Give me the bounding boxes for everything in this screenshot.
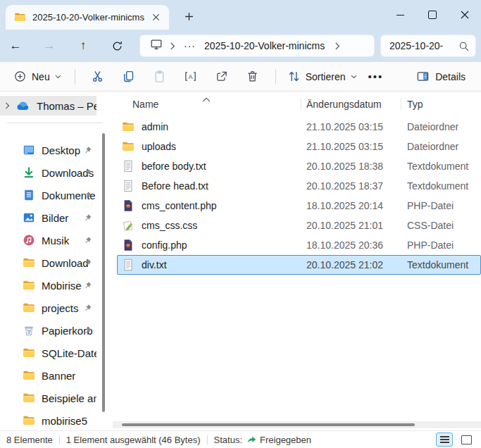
tab-close-icon[interactable]: [148, 10, 163, 25]
file-row[interactable]: cms_content.php 18.10.2025 20:14 PHP-Dat…: [117, 196, 481, 216]
window-controls: [384, 0, 481, 30]
sidebar-item-projects[interactable]: projects: [0, 297, 96, 319]
breadcrumb-ellipsis[interactable]: ···: [182, 40, 197, 51]
file-name: admin: [142, 121, 168, 132]
scrollbar-thumb[interactable]: [122, 423, 415, 426]
file-name: div.txt: [142, 259, 167, 270]
pin-icon: [83, 325, 92, 335]
forward-icon[interactable]: →: [37, 34, 61, 58]
folder-icon: [23, 369, 35, 382]
details-view-icon[interactable]: [436, 433, 453, 447]
cut-icon[interactable]: [82, 65, 113, 89]
item-count: 8 Elemente: [6, 435, 53, 445]
shared-status-icon: [246, 435, 257, 445]
chevron-down-icon: [351, 75, 357, 79]
rename-icon[interactable]: A: [175, 65, 206, 89]
sidebar-scrollbar[interactable]: [102, 133, 105, 412]
search-icon[interactable]: [458, 40, 470, 52]
back-icon[interactable]: ←: [4, 34, 27, 58]
file-row[interactable]: admin 21.10.2025 03:15 Dateiordner: [117, 117, 481, 137]
copy-icon[interactable]: [113, 65, 144, 89]
sidebar-item-musik[interactable]: Musik: [0, 229, 96, 251]
up-icon[interactable]: ↑: [71, 34, 95, 58]
chevron-right-icon[interactable]: [335, 42, 340, 50]
folder-icon: [23, 347, 35, 359]
file-list-pane: Name Änderungsdatum Typ admin 21.10.2025…: [113, 92, 481, 431]
file-date: 20.10.2025 18:37: [301, 180, 401, 192]
file-type: PHP-Datei: [401, 239, 480, 251]
column-header-date[interactable]: Änderungsdatum: [301, 99, 401, 110]
sidebar-divider: [7, 123, 103, 123]
share-icon[interactable]: [206, 65, 237, 89]
toolbar-divider: [75, 69, 75, 85]
search-box[interactable]: [380, 35, 476, 57]
sort-button[interactable]: Sortieren: [283, 65, 361, 89]
this-pc-icon[interactable]: [150, 38, 163, 54]
file-row-selected[interactable]: div.txt 20.10.2025 21:02 Textdokument: [117, 255, 481, 275]
pin-icon: [83, 213, 92, 222]
file-date: 20.10.2025 18:38: [301, 161, 401, 172]
details-button[interactable]: Details: [412, 65, 470, 89]
desktop-icon: [23, 144, 35, 156]
breadcrumb-folder[interactable]: 2025-10-20-Volker-minicms: [204, 40, 325, 51]
sidebar-item-mobirise5[interactable]: mobirise5: [0, 409, 96, 431]
sidebar-item-label: Beispiele am For: [42, 392, 96, 404]
column-divider[interactable]: [301, 98, 301, 111]
file-name: cms_content.php: [142, 200, 217, 211]
file-row[interactable]: uploads 21.10.2025 03:15 Dateiordner: [117, 137, 481, 156]
expand-chevron-icon[interactable]: [0, 102, 14, 109]
folder-icon: [122, 120, 135, 133]
sidebar-item-bilder[interactable]: Bilder: [0, 206, 96, 229]
sidebar-item-dokumente[interactable]: Dokumente: [0, 184, 96, 206]
new-button[interactable]: Neu: [7, 65, 68, 89]
horizontal-scrollbar[interactable]: [113, 421, 481, 428]
file-name: Before head.txt: [142, 180, 208, 192]
file-type: Textdokument: [401, 161, 480, 172]
file-row[interactable]: cms_css.css 20.10.2025 21:01 CSS-Datei: [117, 216, 481, 235]
tab-title: 2025-10-20-Volker-minicms: [32, 12, 148, 23]
sidebar-item-desktop[interactable]: Desktop: [0, 139, 96, 161]
folder-icon: [23, 256, 35, 269]
pin-icon: [83, 303, 92, 312]
details-pane-icon: [416, 70, 430, 83]
new-tab-button[interactable]: [179, 7, 199, 25]
sidebar-item-papierkorb[interactable]: Papierkorb: [0, 319, 96, 342]
more-options-icon[interactable]: •••: [361, 65, 391, 89]
column-divider[interactable]: [401, 98, 401, 111]
status-bar: 8 Elemente 1 Element ausgewählt (46 Byte…: [0, 430, 481, 448]
file-row[interactable]: before body.txt 20.10.2025 18:38 Textdok…: [117, 156, 481, 176]
sort-button-label: Sortieren: [306, 71, 346, 82]
sort-arrows-icon: [287, 70, 301, 83]
refresh-icon[interactable]: [105, 34, 129, 58]
sidebar-item-sqlite-datenbank[interactable]: SQLite-Datenbank: [0, 342, 96, 364]
search-input[interactable]: [389, 40, 454, 51]
explorer-tab[interactable]: 2025-10-20-Volker-minicms: [6, 5, 169, 30]
maximize-button[interactable]: [416, 0, 449, 30]
sidebar-item-onedrive[interactable]: Thomas – Persö: [0, 96, 96, 116]
sidebar-item-beispiele-am-for[interactable]: Beispiele am For: [0, 387, 96, 409]
view-toggles: [436, 433, 475, 447]
sidebar-item-downloads[interactable]: Downloads: [0, 161, 96, 184]
toolbar-divider: [275, 69, 276, 85]
file-row[interactable]: config.php 18.10.2025 20:36 PHP-Datei: [117, 235, 481, 255]
breadcrumb[interactable]: ··· 2025-10-20-Volker-minicms: [139, 35, 375, 57]
close-button[interactable]: [449, 0, 481, 30]
sidebar-item-label: Banner: [42, 370, 96, 382]
paste-icon[interactable]: [144, 65, 175, 89]
folder-icon: [23, 414, 35, 427]
file-date: 18.10.2025 20:14: [301, 200, 401, 211]
sidebar-item-mobirise[interactable]: Mobirise: [0, 274, 96, 297]
main-area: Thomas – Persö Desktop Downloa: [0, 92, 481, 431]
pin-icon: [83, 145, 92, 154]
file-type: PHP-Datei: [401, 200, 480, 211]
delete-icon[interactable]: [237, 65, 268, 89]
column-header-type[interactable]: Typ: [401, 99, 481, 110]
minimize-button[interactable]: [384, 0, 416, 30]
sidebar-item-banner[interactable]: Banner: [0, 364, 96, 387]
file-row[interactable]: Before head.txt 20.10.2025 18:37 Textdok…: [117, 176, 481, 196]
sort-ascending-icon: [202, 93, 211, 98]
column-headers: Name Änderungsdatum Typ: [113, 94, 481, 114]
sidebar-item-download[interactable]: Download: [0, 251, 96, 274]
thumbnail-view-icon[interactable]: [458, 433, 475, 447]
folder-icon: [23, 301, 35, 314]
